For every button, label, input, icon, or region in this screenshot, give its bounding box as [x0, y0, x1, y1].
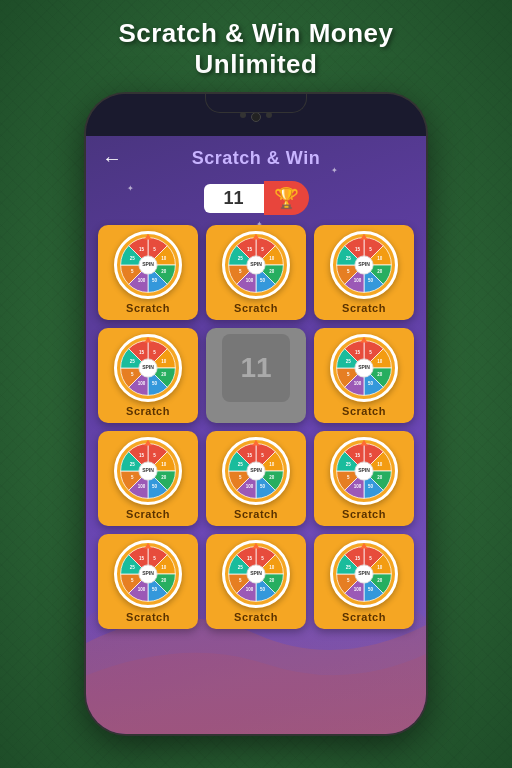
spin-wheel: 510205010052515SPIN	[222, 437, 290, 505]
svg-marker-98	[144, 543, 151, 548]
svg-text:SPIN: SPIN	[358, 365, 370, 371]
card-label: Scratch	[234, 302, 278, 314]
svg-text:25: 25	[238, 462, 244, 467]
svg-marker-32	[360, 234, 367, 239]
svg-text:100: 100	[138, 381, 146, 386]
trophy-badge: 🏆	[264, 181, 309, 215]
svg-text:100: 100	[354, 381, 362, 386]
svg-text:50: 50	[152, 484, 158, 489]
svg-text:20: 20	[161, 578, 167, 583]
svg-text:100: 100	[138, 278, 146, 283]
scratch-card[interactable]: 510205010052515SPINScratch	[314, 328, 414, 423]
svg-text:100: 100	[246, 278, 254, 283]
spin-wheel: 510205010052515SPIN	[114, 437, 182, 505]
phone-top-bar	[86, 94, 426, 136]
card-label: Scratch	[342, 611, 386, 623]
svg-text:50: 50	[152, 381, 158, 386]
svg-text:25: 25	[238, 565, 244, 570]
spin-wheel: 510205010052515SPIN	[330, 540, 398, 608]
svg-text:20: 20	[161, 269, 167, 274]
svg-text:15: 15	[355, 453, 361, 458]
svg-text:10: 10	[377, 359, 383, 364]
svg-text:50: 50	[368, 381, 374, 386]
back-button[interactable]: ←	[102, 147, 122, 170]
svg-marker-21	[252, 234, 259, 239]
card-label: Scratch	[234, 508, 278, 520]
svg-text:20: 20	[377, 475, 383, 480]
app-header: ← Scratch & Win	[86, 136, 426, 177]
svg-text:25: 25	[130, 462, 136, 467]
scratch-card[interactable]: 510205010052515SPINScratch	[98, 534, 198, 629]
svg-text:100: 100	[354, 278, 362, 283]
svg-text:10: 10	[161, 462, 167, 467]
card-label: Scratch	[342, 508, 386, 520]
scratch-card[interactable]: 510205010052515SPINScratch	[98, 431, 198, 526]
svg-text:25: 25	[346, 565, 352, 570]
svg-text:15: 15	[355, 556, 361, 561]
svg-text:100: 100	[138, 587, 146, 592]
svg-text:10: 10	[161, 565, 167, 570]
svg-marker-76	[252, 440, 259, 445]
spin-wheel: 510205010052515SPIN	[114, 334, 182, 402]
svg-text:15: 15	[355, 247, 361, 252]
card-label: Scratch	[126, 405, 170, 417]
svg-text:15: 15	[139, 453, 145, 458]
scratch-card[interactable]: 11	[206, 328, 306, 423]
card-label: Scratch	[342, 405, 386, 417]
svg-text:10: 10	[377, 462, 383, 467]
svg-text:SPIN: SPIN	[250, 468, 262, 474]
card-label: Scratch	[342, 302, 386, 314]
scratch-grid: 510205010052515SPINScratch51020501005251…	[86, 225, 426, 641]
svg-text:SPIN: SPIN	[250, 262, 262, 268]
svg-text:SPIN: SPIN	[142, 262, 154, 268]
svg-text:25: 25	[130, 359, 136, 364]
scratch-card[interactable]: 510205010052515SPINScratch	[98, 225, 198, 320]
svg-text:20: 20	[269, 578, 275, 583]
svg-marker-87	[360, 440, 367, 445]
card-label: Scratch	[126, 611, 170, 623]
svg-text:50: 50	[260, 278, 266, 283]
svg-text:SPIN: SPIN	[250, 571, 262, 577]
revealed-number: 11	[222, 334, 290, 402]
scratch-card[interactable]: 510205010052515SPINScratch	[314, 225, 414, 320]
svg-text:10: 10	[269, 256, 275, 261]
camera-dot	[266, 112, 272, 118]
scratch-card[interactable]: 510205010052515SPINScratch	[206, 534, 306, 629]
svg-text:25: 25	[130, 565, 136, 570]
svg-text:25: 25	[238, 256, 244, 261]
spin-wheel: 510205010052515SPIN	[222, 540, 290, 608]
score-value: 11	[204, 184, 264, 213]
svg-text:50: 50	[152, 587, 158, 592]
scratch-card[interactable]: 510205010052515SPINScratch	[314, 534, 414, 629]
svg-text:100: 100	[138, 484, 146, 489]
svg-marker-120	[360, 543, 367, 548]
svg-text:20: 20	[377, 372, 383, 377]
svg-text:15: 15	[139, 556, 145, 561]
svg-text:100: 100	[354, 587, 362, 592]
svg-text:10: 10	[269, 462, 275, 467]
svg-text:15: 15	[139, 247, 145, 252]
svg-text:20: 20	[161, 372, 167, 377]
svg-marker-65	[144, 440, 151, 445]
svg-text:10: 10	[377, 565, 383, 570]
svg-text:25: 25	[130, 256, 136, 261]
svg-text:20: 20	[269, 269, 275, 274]
svg-marker-43	[144, 337, 151, 342]
svg-text:20: 20	[377, 578, 383, 583]
scratch-card[interactable]: 510205010052515SPINScratch	[98, 328, 198, 423]
spin-wheel: 510205010052515SPIN	[114, 231, 182, 299]
svg-text:10: 10	[269, 565, 275, 570]
card-label: Scratch	[126, 302, 170, 314]
spin-wheel: 510205010052515SPIN	[330, 437, 398, 505]
scratch-card[interactable]: 510205010052515SPINScratch	[206, 225, 306, 320]
svg-text:10: 10	[161, 359, 167, 364]
svg-marker-54	[360, 337, 367, 342]
svg-text:10: 10	[161, 256, 167, 261]
svg-text:SPIN: SPIN	[358, 262, 370, 268]
scratch-card[interactable]: 510205010052515SPINScratch	[206, 431, 306, 526]
scratch-card[interactable]: 510205010052515SPINScratch	[314, 431, 414, 526]
svg-text:50: 50	[260, 484, 266, 489]
card-label: Scratch	[126, 508, 170, 520]
app-title: Scratch & Win	[192, 148, 320, 169]
phone-frame: ✦ ✦ ⋆ ✦ ⋆ ✦ ← Scratch & Win 11 🏆 5102050	[86, 94, 426, 734]
